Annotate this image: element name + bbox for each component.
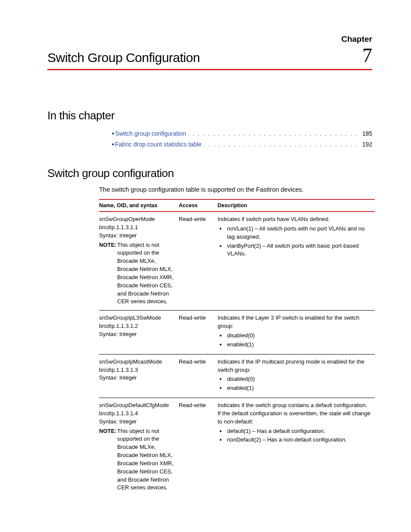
desc-item: noVLan(1) – All switch ports with no por… bbox=[226, 225, 371, 241]
toc-link[interactable]: Switch group configuration bbox=[115, 128, 186, 139]
bullet-icon: • bbox=[112, 139, 114, 150]
table-row: snSwGroupDefaultCfgModebrcdIp.1.1.3.1.4S… bbox=[99, 398, 375, 497]
mib-table: Name, OID, and syntax Access Description… bbox=[99, 199, 375, 496]
note-label: NOTE: bbox=[99, 241, 116, 249]
note: NOTE:This object is not supported on the… bbox=[99, 241, 174, 306]
mib-syntax: Syntax: Integer bbox=[99, 232, 174, 240]
desc-item: disabled(0) bbox=[226, 375, 371, 383]
table-row: snSwGroupIpL3SwModebrcdIp.1.1.3.1.2Synta… bbox=[99, 311, 375, 354]
bullet-icon: • bbox=[112, 128, 114, 139]
desc-item: nonDefault(2) – Has a non-default config… bbox=[226, 436, 371, 444]
toc-dots: . . . . . . . . . . . . . . . . . . . . … bbox=[203, 139, 358, 150]
cell-description: Indicates if the switch group contains a… bbox=[218, 398, 375, 497]
page: Chapter Switch Group Configuration 7 In … bbox=[0, 0, 411, 522]
mib-name: snSwGroupIpMcastMode bbox=[99, 358, 174, 366]
chapter-title-row: Switch Group Configuration 7 bbox=[47, 46, 372, 70]
desc-item: default(1) – Has a default configuration… bbox=[226, 427, 371, 436]
mib-name: snSwGroupOperMode bbox=[99, 215, 174, 224]
cell-name: snSwGroupIpMcastModebrcdIp.1.1.3.1.3Synt… bbox=[99, 354, 179, 398]
mib-name: snSwGroupDefaultCfgMode bbox=[99, 401, 174, 410]
mib-oid: brcdIp.1.1.3.1.3 bbox=[99, 366, 174, 374]
chapter-label: Chapter bbox=[47, 34, 372, 44]
desc-item: disabled(0) bbox=[226, 332, 371, 340]
desc-lead: Indicates if switch ports have VLANs def… bbox=[218, 215, 371, 224]
mib-syntax: Syntax: Integer bbox=[99, 374, 174, 382]
toc-link[interactable]: Fabric drop count statistics table bbox=[115, 139, 202, 150]
desc-item: enabled(1) bbox=[226, 384, 371, 392]
toc-page: 192 bbox=[362, 139, 372, 150]
cell-description: Indicates if switch ports have VLANs def… bbox=[218, 212, 375, 311]
cell-name: snSwGroupDefaultCfgModebrcdIp.1.1.3.1.4S… bbox=[99, 398, 179, 497]
note: NOTE:This object is not supported on the… bbox=[99, 427, 174, 492]
desc-lead: Indicates if the IP multicast pruning mo… bbox=[218, 358, 371, 374]
toc-dots: . . . . . . . . . . . . . . . . . . . . … bbox=[188, 128, 358, 139]
chapter-title: Switch Group Configuration bbox=[47, 50, 200, 65]
mib-oid: brcdIp.1.1.3.1.4 bbox=[99, 410, 174, 418]
desc-list: default(1) – Has a default configuration… bbox=[218, 427, 371, 445]
toc: • Switch group configuration . . . . . .… bbox=[112, 128, 372, 149]
section-switch-group-configuration: Switch group configuration bbox=[47, 167, 372, 180]
note-text: This object is not supported on the Broc… bbox=[117, 427, 174, 492]
desc-lead: Indicates if the Layer 3 IP switch is en… bbox=[218, 314, 371, 330]
cell-description: Indicates if the Layer 3 IP switch is en… bbox=[218, 311, 375, 354]
cell-access: Read-write bbox=[179, 398, 218, 497]
toc-item: • Switch group configuration . . . . . .… bbox=[112, 128, 372, 139]
mib-oid: brcdIp.1.1.3.1.1 bbox=[99, 224, 174, 232]
desc-list: disabled(0)enabled(1) bbox=[218, 375, 371, 392]
chapter-number: 7 bbox=[362, 46, 372, 65]
th-desc: Description bbox=[218, 199, 375, 212]
mib-oid: brcdIp.1.1.3.1.2 bbox=[99, 322, 174, 330]
cell-name: snSwGroupOperModebrcdIp.1.1.3.1.1Syntax:… bbox=[99, 212, 179, 311]
mib-syntax: Syntax: Integer bbox=[99, 418, 174, 426]
mib-syntax: Syntax: Integer bbox=[99, 330, 174, 339]
toc-item: • Fabric drop count statistics table . .… bbox=[112, 139, 372, 150]
desc-list: noVLan(1) – All switch ports with no por… bbox=[218, 225, 371, 258]
table-row: snSwGroupOperModebrcdIp.1.1.3.1.1Syntax:… bbox=[99, 212, 375, 311]
cell-access: Read-write bbox=[179, 311, 218, 354]
desc-item: enabled(1) bbox=[226, 341, 371, 349]
toc-page: 185 bbox=[362, 128, 372, 139]
cell-description: Indicates if the IP multicast pruning mo… bbox=[218, 354, 375, 398]
desc-list: disabled(0)enabled(1) bbox=[218, 332, 371, 349]
desc-lead: Indicates if the switch group contains a… bbox=[218, 401, 371, 426]
desc-item: vlanByPort(2) – All switch ports with ba… bbox=[226, 242, 371, 258]
cell-access: Read-write bbox=[179, 212, 218, 311]
cell-name: snSwGroupIpL3SwModebrcdIp.1.1.3.1.2Synta… bbox=[99, 311, 179, 354]
section-in-this-chapter: In this chapter bbox=[47, 109, 372, 122]
cell-access: Read-write bbox=[179, 354, 218, 398]
th-access: Access bbox=[179, 199, 218, 212]
note-label: NOTE: bbox=[99, 427, 116, 436]
mib-name: snSwGroupIpL3SwMode bbox=[99, 314, 174, 322]
intro-text: The switch group configuration table is … bbox=[99, 186, 372, 193]
note-text: This object is not supported on the Broc… bbox=[117, 241, 174, 306]
table-row: snSwGroupIpMcastModebrcdIp.1.1.3.1.3Synt… bbox=[99, 354, 375, 398]
th-name: Name, OID, and syntax bbox=[99, 199, 179, 212]
